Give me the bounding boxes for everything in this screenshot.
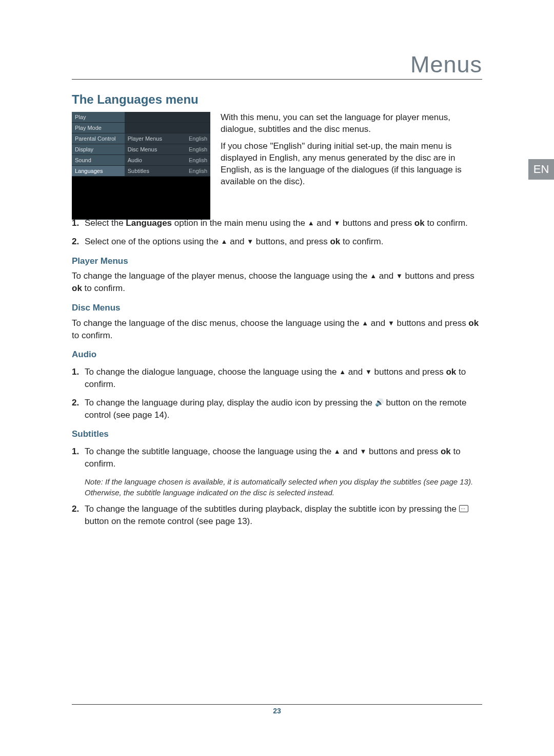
step-2: 2. Select one of the options using the ▲… — [72, 236, 482, 248]
player-menus-para: To change the language of the player men… — [72, 270, 482, 295]
audio-steps: 1. To change the dialogue language, choo… — [72, 366, 482, 421]
up-arrow-icon: ▲ — [334, 448, 341, 455]
up-arrow-icon: ▲ — [370, 273, 377, 279]
up-arrow-icon: ▲ — [221, 238, 228, 245]
menu-val-audio: English — [180, 155, 210, 166]
menu-mid-disc: Disc Menus — [125, 144, 180, 155]
menu-left-play: Play — [72, 112, 125, 123]
intro-p1: With this menu, you can set the language… — [221, 112, 482, 135]
step-1: 1. Select the Languages option in the ma… — [72, 217, 482, 229]
down-arrow-icon: ▼ — [247, 238, 253, 245]
page-header-title: Menus — [72, 51, 482, 79]
player-menus-heading: Player Menus — [72, 255, 482, 267]
menu-left-sound: Sound — [72, 155, 125, 166]
down-arrow-icon: ▼ — [360, 448, 367, 455]
languages-menu-screenshot: Play Play Mode Parental Control Player M… — [72, 112, 210, 207]
down-arrow-icon: ▼ — [333, 220, 340, 226]
subtitles-steps: 1. To change the subtitle language, choo… — [72, 445, 482, 470]
top-steps: 1. Select the Languages option in the ma… — [72, 217, 482, 248]
subtitles-heading: Subtitles — [72, 428, 482, 440]
up-arrow-icon: ▲ — [339, 369, 346, 375]
menu-val-disc: English — [180, 144, 210, 155]
menu-left-playmode: Play Mode — [72, 123, 125, 133]
up-arrow-icon: ▲ — [362, 320, 368, 326]
down-arrow-icon: ▼ — [365, 369, 372, 375]
sound-icon: 🔊 — [375, 398, 384, 408]
subtitles-step-1: 1. To change the subtitle language, choo… — [72, 445, 482, 470]
up-arrow-icon: ▲ — [308, 220, 314, 226]
menu-left-parental: Parental Control — [72, 133, 125, 144]
subtitles-step-2: 2. To change the language of the subtitl… — [72, 503, 482, 528]
language-tab: EN — [528, 159, 554, 180]
audio-step-1: 1. To change the dialogue language, choo… — [72, 366, 482, 391]
disc-menus-heading: Disc Menus — [72, 302, 482, 314]
intro-p2: If you chose "English" during initial se… — [221, 141, 482, 188]
subtitle-icon — [459, 505, 468, 512]
section-title: The Languages menu — [72, 92, 482, 107]
down-arrow-icon: ▼ — [396, 273, 403, 279]
menu-left-languages: Languages — [72, 166, 125, 177]
intro-paragraphs: With this menu, you can set the language… — [221, 112, 482, 193]
disc-menus-para: To change the language of the disc menus… — [72, 317, 482, 342]
menu-val-player: English — [180, 133, 210, 144]
subtitles-note: Note: If the language chosen is availabl… — [85, 476, 482, 498]
menu-mid-audio: Audio — [125, 155, 180, 166]
page-number: 23 — [273, 707, 281, 715]
menu-mid-subtitles: Subtitles — [125, 166, 180, 177]
audio-step-2: 2. To change the language during play, d… — [72, 397, 482, 421]
menu-mid-player: Player Menus — [125, 133, 180, 144]
down-arrow-icon: ▼ — [388, 320, 394, 326]
audio-heading: Audio — [72, 348, 482, 361]
menu-left-display: Display — [72, 144, 125, 155]
subtitles-steps-2: 2. To change the language of the subtitl… — [72, 503, 482, 528]
menu-val-subtitles: English — [180, 166, 210, 177]
